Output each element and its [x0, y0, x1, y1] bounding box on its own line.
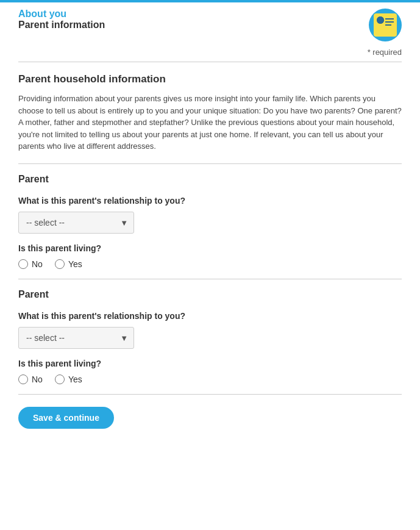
- parent1-living-label: Is this parent living?: [18, 243, 402, 253]
- parent2-relationship-group: What is this parent's relationship to yo…: [18, 311, 402, 349]
- parent2-select-wrapper: -- select -- ▼: [18, 327, 134, 349]
- about-you-label: About you: [18, 9, 105, 20]
- required-note: * required: [0, 48, 420, 62]
- parent1-relationship-select[interactable]: -- select --: [18, 212, 134, 234]
- save-continue-button[interactable]: Save & continue: [18, 407, 114, 429]
- parent-info-label: Parent information: [18, 20, 105, 30]
- parent1-radio-yes[interactable]: Yes: [55, 259, 82, 269]
- parent2-title: Parent: [18, 289, 402, 300]
- parent2-relationship-select[interactable]: -- select --: [18, 327, 134, 349]
- parent1-relationship-group: What is this parent's relationship to yo…: [18, 196, 402, 234]
- parent1-radio-no[interactable]: No: [18, 259, 43, 269]
- avatar-line-2: [385, 21, 394, 23]
- avatar-line-1: [385, 18, 394, 20]
- avatar-icon: [369, 9, 402, 41]
- parent1-living-group: Is this parent living? No Yes: [18, 243, 402, 269]
- parent2-radio-yes[interactable]: Yes: [55, 374, 82, 384]
- footer: Save & continue: [0, 395, 420, 447]
- parent2-radio-no[interactable]: No: [18, 374, 43, 384]
- avatar-inner: [374, 13, 397, 37]
- parent1-section: Parent What is this parent's relationshi…: [0, 164, 420, 269]
- parent2-radio-group: No Yes: [18, 374, 402, 384]
- parent1-radio-yes-label: Yes: [68, 259, 82, 269]
- parent2-living-label: Is this parent living?: [18, 359, 402, 368]
- household-info-section: Parent household information Providing i…: [0, 62, 420, 163]
- parent1-title: Parent: [18, 174, 402, 185]
- parent2-radio-yes-label: Yes: [68, 374, 82, 384]
- parent1-select-wrapper: -- select -- ▼: [18, 212, 134, 234]
- parent2-radio-no-input[interactable]: [18, 374, 28, 384]
- parent1-radio-group: No Yes: [18, 259, 402, 269]
- parent1-radio-yes-input[interactable]: [55, 259, 65, 269]
- parent1-radio-no-input[interactable]: [18, 259, 28, 269]
- parent2-section: Parent What is this parent's relationshi…: [0, 279, 420, 384]
- parent2-radio-no-label: No: [32, 374, 43, 384]
- header: About you Parent information: [0, 2, 420, 48]
- parent2-radio-yes-input[interactable]: [55, 374, 65, 384]
- parent2-relationship-label: What is this parent's relationship to yo…: [18, 311, 402, 321]
- header-text: About you Parent information: [18, 9, 105, 30]
- avatar-face: [377, 16, 384, 24]
- avatar-line-3: [385, 24, 391, 26]
- avatar-lines: [385, 18, 394, 26]
- section-description: Providing information about your parents…: [18, 93, 402, 152]
- parent2-living-group: Is this parent living? No Yes: [18, 359, 402, 384]
- parent1-relationship-label: What is this parent's relationship to yo…: [18, 196, 402, 206]
- parent1-radio-no-label: No: [32, 259, 43, 269]
- section-title: Parent household information: [18, 73, 402, 85]
